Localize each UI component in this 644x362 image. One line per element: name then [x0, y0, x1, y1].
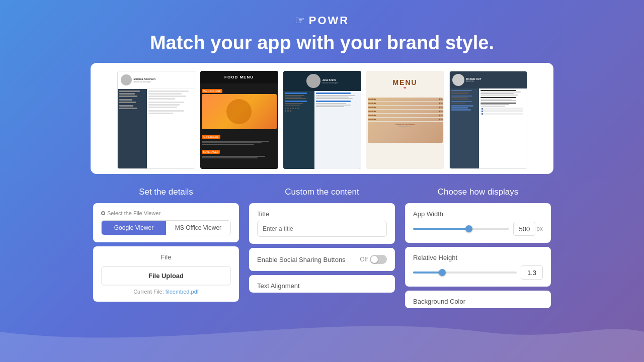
col3-title: Choose how displays	[405, 187, 551, 197]
column-custom-content: Custom the content Title Enable Social S…	[249, 187, 395, 312]
app-width-value: 500	[513, 222, 535, 236]
preview-1-right	[147, 89, 195, 168]
relative-height-label: Relative Height	[413, 254, 543, 261]
preview-1-header: Mariana Anderson Marketing Manager	[118, 71, 195, 89]
preview-3-body	[283, 91, 361, 169]
column-set-details: Set the details Select the File Viewer G…	[93, 187, 239, 312]
toggle-knob	[371, 256, 378, 263]
main-course-badge: MAIN COURSE	[202, 89, 222, 93]
menu-title: MENU	[392, 78, 417, 86]
col1-title: Set the details	[93, 187, 239, 197]
app-width-unit: px	[536, 225, 543, 232]
preview-1-left	[118, 89, 147, 168]
bottom-section: Set the details Select the File Viewer G…	[0, 178, 644, 312]
app-width-slider-row: 500 px	[413, 222, 543, 236]
file-card-title: File	[101, 253, 231, 261]
preview-item-4: MENU 🎀 MONDAY$30 MONDAY$30 MONDAY$30	[366, 71, 444, 169]
powr-icon: ☞	[295, 14, 305, 27]
preview-2-header: FOOD MENU	[200, 71, 278, 83]
preview-4-body: MONDAY$30 MONDAY$30 MONDAY$30 MONDAY$30 …	[366, 96, 444, 169]
preview-item-2: FOOD MENU MAIN COURSE APPETIZERS	[200, 71, 278, 169]
preview-restaurant-menu: MENU 🎀 MONDAY$30 MONDAY$30 MONDAY$30	[366, 71, 444, 169]
viewer-button-group: Google Viewer MS Office Viewer	[101, 220, 231, 235]
relative-height-value: 1.3	[521, 265, 543, 280]
bg-color-label: Background Color	[413, 298, 543, 305]
viewer-card: Select the File Viewer Google Viewer MS …	[93, 203, 239, 242]
relative-height-track[interactable]	[413, 272, 517, 274]
title-input-card: Title	[249, 203, 395, 244]
preview-5-left	[450, 88, 479, 168]
viewer-label: Select the File Viewer	[101, 210, 231, 216]
msoffice-viewer-button[interactable]: MS Office Viewer	[166, 221, 230, 235]
appetizers-badge: APPETIZERS	[202, 135, 220, 139]
app-width-card: App Width 500 px	[405, 203, 551, 243]
preview-3-right	[314, 91, 361, 169]
google-viewer-button[interactable]: Google Viewer	[102, 221, 166, 235]
app-width-track[interactable]	[413, 228, 509, 230]
current-file-link[interactable]: fileembed.pdf	[166, 289, 199, 295]
app-width-value-box: 500 px	[513, 222, 543, 236]
carousel-container: Mariana Anderson Marketing Manager	[91, 63, 553, 174]
preview-5-header: RASON ROY ABOUT ME	[450, 71, 527, 88]
preview-item-3: Jane Smith Senior Developer	[283, 71, 361, 169]
preview-3-left	[283, 91, 314, 169]
toggle-container: Off	[360, 255, 387, 264]
relative-height-slider-row: 1.3	[413, 265, 543, 280]
food-image	[202, 94, 277, 129]
text-alignment-card: Text Alignment	[249, 275, 395, 293]
preview-2-body: MAIN COURSE APPETIZERS BEVERAGES	[200, 83, 278, 160]
headline: Match your app with your brand style.	[0, 32, 644, 54]
preview-2-title: FOOD MENU	[202, 75, 276, 79]
preview-5-body	[450, 88, 527, 168]
preview-3-avatar	[306, 74, 320, 88]
preview-5-avatar	[452, 74, 464, 86]
logo: ☞ POWR	[0, 14, 644, 27]
preview-5-right	[479, 88, 527, 168]
file-upload-button[interactable]: File Upload	[101, 266, 231, 286]
current-file-info: Current File: fileembed.pdf	[101, 289, 231, 295]
logo-text: POWR	[309, 14, 349, 27]
file-card: File File Upload Current File: fileembed…	[93, 246, 239, 302]
relative-height-card: Relative Height 1.3	[405, 247, 551, 287]
social-toggle-switch[interactable]	[370, 255, 387, 264]
preview-dark-resume: Jane Smith Senior Developer	[283, 71, 361, 169]
preview-item-5: RASON ROY ABOUT ME	[449, 71, 527, 169]
social-sharing-card: Enable Social Sharing Buttons Off	[249, 248, 395, 271]
preview-3-header: Jane Smith Senior Developer	[283, 71, 361, 91]
relative-height-value-box: 1.3	[521, 265, 543, 280]
preview-carousel: Mariana Anderson Marketing Manager	[0, 63, 644, 174]
preview-dark-resume-2: RASON ROY ABOUT ME	[449, 71, 527, 169]
beverages-badge: BEVERAGES	[202, 150, 220, 154]
preview-item-1: Mariana Anderson Marketing Manager	[117, 71, 195, 169]
app-width-fill	[413, 228, 469, 230]
relative-height-fill	[413, 272, 442, 274]
col2-title: Custom the content	[249, 187, 395, 197]
social-label: Enable Social Sharing Buttons	[257, 256, 346, 263]
preview-4-top: MENU 🎀	[366, 71, 444, 96]
align-label: Text Alignment	[257, 282, 387, 290]
preview-1-avatar	[121, 74, 132, 85]
preview-food-menu: FOOD MENU MAIN COURSE APPETIZERS	[200, 71, 278, 169]
relative-height-thumb[interactable]	[439, 269, 446, 276]
title-input[interactable]	[257, 221, 387, 237]
bg-color-card: Background Color	[405, 291, 551, 308]
app-width-label: App Width	[413, 210, 543, 218]
header: ☞ POWR Match your app with your brand st…	[0, 0, 644, 63]
radio-icon	[101, 211, 105, 215]
preview-resume-white: Mariana Anderson Marketing Manager	[117, 71, 195, 169]
app-width-thumb[interactable]	[465, 225, 472, 232]
preview-1-body	[118, 89, 195, 168]
title-label: Title	[257, 210, 387, 218]
social-toggle-row: Enable Social Sharing Buttons Off	[257, 255, 387, 264]
column-display-settings: Choose how displays App Width 500 px Rel…	[405, 187, 551, 312]
toggle-off-text: Off	[360, 256, 368, 263]
